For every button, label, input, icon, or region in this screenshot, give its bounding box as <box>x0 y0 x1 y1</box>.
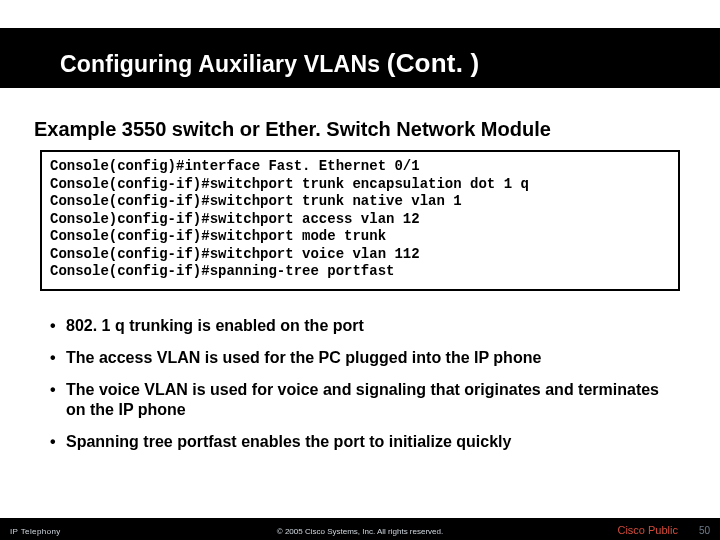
code-line: Console(config-if)#switchport trunk enca… <box>50 176 529 192</box>
slide: Configuring Auxiliary VLANs (Cont. ) Exa… <box>0 0 720 540</box>
code-line: Console(config-if)#switchport mode trunk <box>50 228 386 244</box>
code-box: Console(config)#interface Fast. Ethernet… <box>40 150 680 291</box>
footer-center: © 2005 Cisco Systems, Inc. All rights re… <box>0 527 720 536</box>
code-line: Console)config-if)#switchport access vla… <box>50 211 420 227</box>
title-prefix: Configuring Auxiliary VLANs <box>60 51 387 77</box>
footer-page-number: 50 <box>699 525 710 536</box>
bullet-item: The access VLAN is used for the PC plugg… <box>50 342 680 374</box>
bullet-item: The voice VLAN is used for voice and sig… <box>50 374 680 426</box>
title-suffix: (Cont. ) <box>387 48 480 78</box>
code-line: Console(config-if)#spanning-tree portfas… <box>50 263 394 279</box>
bullet-item: Spanning tree portfast enables the port … <box>50 426 680 458</box>
slide-title: Configuring Auxiliary VLANs (Cont. ) <box>60 48 479 79</box>
code-line: Console(config)#interface Fast. Ethernet… <box>50 158 420 174</box>
code-line: Console(config-if)#switchport voice vlan… <box>50 246 420 262</box>
code-block: Console(config)#interface Fast. Ethernet… <box>50 158 670 281</box>
bullet-list: 802. 1 q trunking is enabled on the port… <box>50 310 680 458</box>
footer-bar: IP Telephony © 2005 Cisco Systems, Inc. … <box>0 518 720 540</box>
slide-subtitle: Example 3550 switch or Ether. Switch Net… <box>34 118 551 141</box>
bullet-item: 802. 1 q trunking is enabled on the port <box>50 310 680 342</box>
footer-right: Cisco Public <box>617 524 678 536</box>
code-line: Console(config-if)#switchport trunk nati… <box>50 193 462 209</box>
